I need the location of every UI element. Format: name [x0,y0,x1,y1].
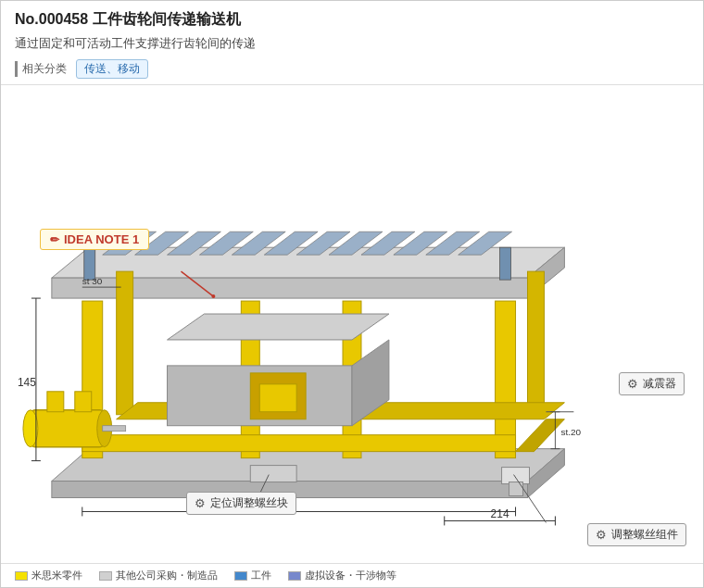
legend-label-workpiece: 工件 [251,569,271,582]
legend-label-misumi: 米思米零件 [31,569,82,582]
svg-text:st 30: st 30 [82,276,103,286]
svg-rect-19 [84,247,95,280]
legend-item-virtual: 虚拟设备・干涉物等 [288,569,396,582]
svg-marker-1 [52,449,565,482]
idea-note-text: IDEA NOTE 1 [64,232,139,246]
gear-icon-3: ⚙ [596,528,607,542]
adjust-screw-block-label[interactable]: ⚙ 定位调整螺丝块 [186,492,296,515]
adjust-screw-assembly-text: 调整螺丝组件 [611,527,678,543]
svg-point-63 [211,294,215,298]
category-label: 相关分类 [15,61,67,77]
diagram-area: 477 145 st 30 st.20 214 [1,85,703,563]
svg-text:145: 145 [18,376,36,389]
legend-item-other: 其他公司采购・制造品 [99,569,218,582]
legend-item-misumi: 米思米零件 [15,569,82,582]
svg-rect-43 [250,466,296,482]
legend-label-other: 其他公司采购・制造品 [116,569,218,582]
svg-rect-38 [103,426,126,432]
svg-rect-39 [47,392,64,412]
legend-label-virtual: 虚拟设备・干涉物等 [305,569,396,582]
page-description: 通过固定和可活动工件支撑进行齿轮间的传递 [15,35,689,52]
svg-rect-41 [502,468,530,484]
legend-item-workpiece: 工件 [234,569,271,582]
page-container: No.000458 工件齿轮间传递输送机 通过固定和可活动工件支撑进行齿轮间的传… [0,0,704,588]
legend-color-virtual [288,571,301,581]
svg-text:214: 214 [491,507,509,520]
legend-bar: 米思米零件 其他公司采购・制造品 工件 虚拟设备・干涉物等 [1,563,703,587]
pencil-icon: ✏ [50,233,59,246]
svg-marker-32 [168,314,389,340]
header: No.000458 工件齿轮间传递输送机 通过固定和可活动工件支撑进行齿轮间的传… [1,1,703,85]
category-row: 相关分类 传送、移动 [15,59,689,79]
svg-rect-20 [500,247,511,280]
svg-text:st.20: st.20 [560,427,581,437]
svg-rect-40 [75,392,92,412]
svg-rect-27 [82,435,516,452]
vibration-damper-label[interactable]: ⚙ 减震器 [619,372,685,395]
legend-color-other [99,571,112,581]
category-tag[interactable]: 传送、移动 [76,59,148,79]
legend-color-misumi [15,571,28,581]
svg-rect-42 [509,482,523,496]
svg-rect-34 [259,384,296,412]
adjust-screw-block-text: 定位调整螺丝块 [210,495,288,511]
svg-rect-24 [528,271,545,415]
svg-rect-35 [31,410,105,447]
gear-icon-2: ⚙ [195,496,206,510]
legend-color-workpiece [234,571,247,581]
idea-note-label[interactable]: ✏ IDEA NOTE 1 [40,229,149,250]
gear-icon-1: ⚙ [627,377,638,391]
page-title: No.000458 工件齿轮间传递输送机 [15,10,689,30]
vibration-damper-text: 减震器 [643,376,676,392]
machine-diagram: 477 145 st 30 st.20 214 [1,85,703,563]
svg-rect-23 [117,271,133,415]
adjust-screw-assembly-label[interactable]: ⚙ 调整螺丝组件 [587,523,686,546]
